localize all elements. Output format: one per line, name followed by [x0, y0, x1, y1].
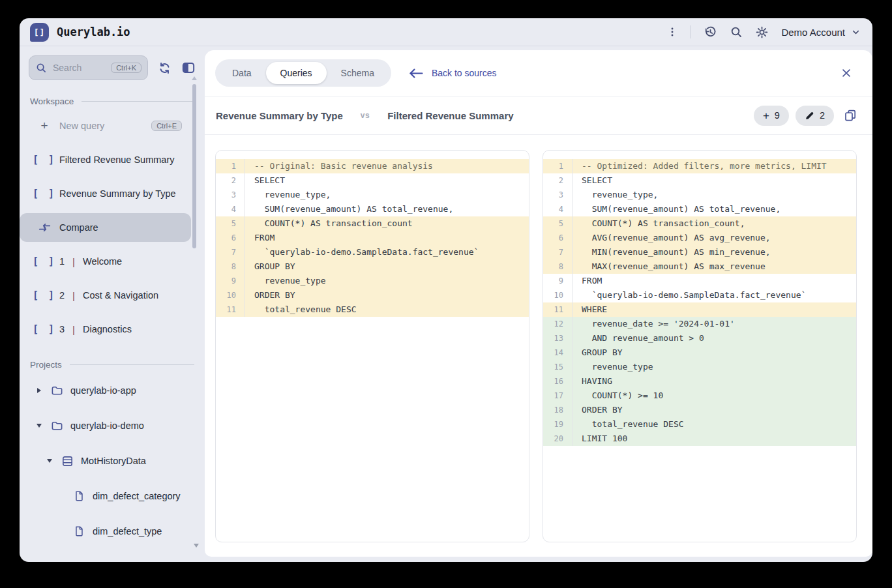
refresh-icon[interactable]: [158, 61, 171, 75]
plus-icon: +: [37, 119, 52, 133]
tab-group: DataQueriesSchema: [215, 59, 391, 87]
sidebar-item[interactable]: [ ] 3 | Diagnostics: [20, 315, 191, 344]
sidebar-scrollbar[interactable]: [192, 84, 196, 248]
code-line: 4 SUM(revenue_amount) AS total_revenue,: [543, 202, 856, 216]
content-card: DataQueriesSchema Back to sources: [205, 50, 872, 557]
code-line: 9 FROM: [543, 274, 856, 288]
sidebar-item[interactable]: [ ] 2 | Cost & Navigation: [20, 281, 191, 310]
sidebar-item-label: Cost & Navigation: [83, 290, 158, 301]
project-tree-item[interactable]: dim_defect_type: [29, 517, 196, 546]
sidebar-item[interactable]: [ ] Revenue Summary by Type: [20, 179, 191, 208]
code-text: total_revenue DESC: [245, 302, 357, 317]
tree-item-label: dim_defect_type: [93, 526, 162, 537]
code-line: 14 GROUP BY: [543, 345, 856, 360]
compare-right-title: Filtered Revenue Summary: [387, 110, 513, 121]
project-tree-item[interactable]: MotHistoryData: [29, 447, 196, 475]
workspace-label-text: Workspace: [30, 96, 74, 106]
tree-item-label: dim_defect_category: [93, 491, 181, 501]
back-to-sources-link[interactable]: Back to sources: [409, 68, 497, 79]
code-text: revenue_type: [245, 274, 326, 288]
modified-lines-badge: 2: [795, 106, 834, 126]
copy-icon[interactable]: [844, 109, 857, 122]
tabs-row: DataQueriesSchema Back to sources: [205, 50, 872, 96]
tab[interactable]: Queries: [266, 62, 327, 84]
code-line: 15 revenue_type: [543, 360, 856, 374]
added-count: 9: [775, 110, 780, 121]
line-number: 9: [216, 274, 245, 288]
code-text: `querylab-io-demo.SampleData.fact_revenu…: [245, 245, 479, 259]
scroll-down-indicator[interactable]: [194, 544, 199, 548]
pipe-divider: |: [72, 290, 75, 301]
compare-arrows-icon: [37, 223, 52, 232]
search-icon[interactable]: [730, 25, 743, 38]
code-line: 5 COUNT(*) AS transaction_count: [216, 216, 529, 231]
code-line: 3 revenue_type,: [216, 188, 529, 202]
line-number: 18: [543, 403, 572, 417]
history-icon[interactable]: [704, 25, 717, 39]
topbar-actions: Demo Account: [666, 25, 861, 39]
optimized-query-panel: 1 -- Optimized: Added filters, more metr…: [543, 150, 857, 542]
code-text: HAVING: [572, 374, 612, 389]
sidebar-item[interactable]: [ ] 1 | Welcome: [20, 247, 191, 276]
sidebar-toggle-icon[interactable]: [181, 61, 196, 75]
close-icon[interactable]: [840, 67, 852, 79]
caret-box: [35, 388, 43, 393]
brackets-query-icon: [ ]: [37, 323, 52, 335]
code-line: 6 AVG(revenue_amount) AS avg_revenue,: [543, 231, 856, 245]
compare-actions: + 9 2: [754, 106, 857, 126]
code-text: GROUP BY: [245, 259, 295, 274]
original-query-panel: 1 -- Original: Basic revenue analysis 2 …: [215, 150, 529, 542]
line-number: 12: [543, 317, 572, 331]
code-line: 9 revenue_type: [216, 274, 529, 288]
sidebar-item-label: Compare: [59, 222, 98, 233]
code-line: 16 HAVING: [543, 374, 856, 389]
project-tree-item[interactable]: dim_defect_category: [29, 482, 196, 510]
settings-gear-icon[interactable]: [755, 25, 769, 39]
project-tree-item[interactable]: querylab-io-app: [29, 376, 196, 405]
caret-box: [35, 424, 43, 428]
code-text: ORDER BY: [245, 288, 295, 302]
caret-box: [46, 459, 53, 463]
scroll-up-arrow[interactable]: [192, 76, 197, 80]
workspace-item-list: + New query Ctrl+E [ ] Filtered Revenue …: [29, 111, 196, 344]
item-number: 1: [59, 256, 65, 267]
tab[interactable]: Data: [218, 62, 266, 84]
code-line: 19 total_revenue DESC: [543, 417, 856, 432]
code-line: 18 ORDER BY: [543, 403, 856, 417]
project-tree-item[interactable]: querylab-io-demo: [29, 411, 196, 440]
line-number: 3: [216, 188, 245, 202]
sidebar: Search Ctrl+K: [20, 46, 205, 562]
account-menu[interactable]: Demo Account: [781, 27, 861, 38]
brackets-query-icon: [ ]: [37, 188, 52, 199]
line-number: 8: [216, 259, 245, 274]
sidebar-item[interactable]: Compare: [20, 213, 191, 242]
code-text: FROM: [245, 231, 275, 245]
line-number: 5: [216, 216, 245, 231]
workspace-section-label: Workspace: [30, 96, 194, 106]
compare-left-title: Revenue Summary by Type: [216, 110, 343, 121]
pipe-divider: |: [72, 256, 75, 267]
topbar-divider: [691, 25, 691, 38]
projects-section-label: Projects: [30, 360, 194, 370]
caret-right-icon: [37, 388, 41, 393]
line-number: 20: [543, 432, 572, 446]
sidebar-search-row: Search Ctrl+K: [29, 55, 196, 80]
folder-icon: [50, 420, 64, 432]
line-number: 7: [216, 245, 245, 259]
added-lines-badge: + 9: [754, 106, 789, 126]
search-input[interactable]: Search Ctrl+K: [29, 55, 148, 80]
tab[interactable]: Schema: [327, 62, 389, 84]
sidebar-item[interactable]: + New query Ctrl+E: [20, 111, 191, 140]
section-rule: [82, 101, 194, 102]
line-number: 4: [216, 202, 245, 216]
app-title: Querylab.io: [57, 25, 130, 38]
line-number: 9: [543, 274, 572, 288]
sidebar-item-label: Welcome: [83, 256, 122, 267]
code-text: AND revenue_amount > 0: [572, 331, 704, 345]
kebab-menu-icon[interactable]: [666, 26, 678, 38]
folder-icon: [50, 385, 64, 397]
code-text: SELECT: [572, 173, 612, 188]
code-line: 10 `querylab-io-demo.SampleData.fact_rev…: [543, 288, 856, 302]
brackets-query-icon: [ ]: [37, 289, 52, 301]
sidebar-item[interactable]: [ ] Filtered Revenue Summary: [20, 145, 191, 174]
